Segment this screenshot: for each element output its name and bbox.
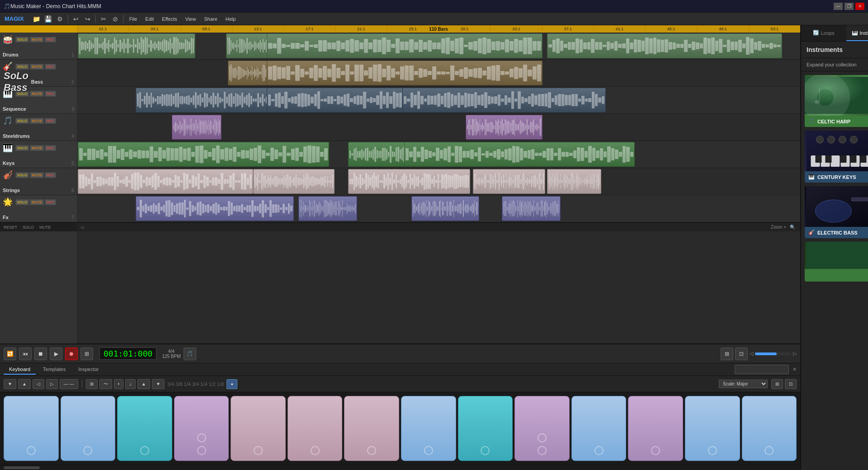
zoom-out-btn[interactable]: 🔍 <box>788 225 797 230</box>
scale-select[interactable]: Scale: Major Scale: Minor Scale: Pentato… <box>719 380 768 388</box>
bass-solo-btn[interactable]: SOLO <box>15 64 29 70</box>
keys-clip-1[interactable] <box>78 142 329 167</box>
tab-inspector[interactable]: Inspector <box>73 365 104 375</box>
keys-clip-3[interactable] <box>404 142 635 167</box>
kb-down2-btn[interactable]: ▼ <box>152 379 165 389</box>
keyboard-close-btn[interactable]: ✕ <box>793 367 797 372</box>
stop-button[interactable]: ⏹ <box>34 348 47 360</box>
piano-scroll-thumb[interactable] <box>4 466 40 469</box>
drums-solo-btn[interactable]: SOLO <box>15 37 29 42</box>
play-button[interactable]: ▶ <box>50 348 62 360</box>
fx-mute-btn[interactable]: MUTE <box>30 199 44 205</box>
minimize-button[interactable]: — <box>834 3 843 10</box>
metronome-button[interactable]: 🎵 <box>184 348 196 360</box>
menu-file[interactable]: File <box>126 15 141 23</box>
reset-btn[interactable]: RESET <box>2 225 19 230</box>
sequence-clip-1[interactable] <box>136 88 271 113</box>
piano-key-5[interactable] <box>231 396 286 461</box>
piano-key-14[interactable] <box>742 396 797 461</box>
piano-key-4[interactable] <box>174 396 229 461</box>
next-section-btn[interactable]: ▷ <box>793 351 797 357</box>
drums-clip-3[interactable] <box>267 33 542 58</box>
piano-key-7[interactable] <box>344 396 399 461</box>
prev-section-btn[interactable]: ◁ <box>750 351 753 357</box>
steeldrums-clip-1[interactable] <box>172 115 222 140</box>
sequence-rec-btn[interactable]: REC <box>45 91 56 97</box>
fx-clip-4[interactable] <box>502 196 561 221</box>
tab-templates[interactable]: Templates <box>38 365 71 375</box>
menu-help[interactable]: Help <box>222 15 240 23</box>
track-row-steeldrums[interactable] <box>77 114 800 141</box>
kb-record-toggle[interactable]: ● <box>226 379 237 389</box>
sequence-clip-3[interactable] <box>402 88 606 113</box>
bass-clip-2[interactable] <box>267 61 542 85</box>
piano-key-10[interactable] <box>514 396 570 461</box>
undo-button[interactable]: ↩ <box>71 14 81 24</box>
track-row-bass[interactable] <box>77 60 800 87</box>
global-solo-btn[interactable]: SOLO <box>21 225 36 230</box>
kb-dot-btn[interactable]: • <box>114 379 124 389</box>
save-button[interactable]: 💾 <box>43 14 54 24</box>
strings-clip-2[interactable] <box>253 169 335 194</box>
close-button[interactable]: ✕ <box>855 3 864 10</box>
kb-prev-btn[interactable]: ◁ <box>33 379 44 389</box>
strings-clip-1[interactable] <box>78 169 253 194</box>
piano-key-6[interactable] <box>288 396 343 461</box>
kb-note1-btn[interactable]: ♩ <box>125 379 136 389</box>
tab-instruments[interactable]: 🎹 Instruments <box>846 25 868 41</box>
bass-mute-btn[interactable]: MUTE <box>30 64 44 70</box>
grid-button[interactable]: ⊞ <box>721 348 733 360</box>
stop-recording-button[interactable]: ⊘ <box>110 14 121 24</box>
open-button[interactable]: 📁 <box>31 14 42 24</box>
kb-up-btn[interactable]: ▲ <box>18 379 31 389</box>
strings-solo-btn[interactable]: SOLO <box>15 172 29 178</box>
piano-key-3[interactable] <box>117 396 172 461</box>
menu-edit[interactable]: Edit <box>142 15 157 23</box>
track-row-strings[interactable] <box>77 168 800 195</box>
celtic-harp-card[interactable]: ♩ 🎵 CELTIC HARP <box>805 75 868 127</box>
loop-button[interactable]: 🔁 <box>4 348 16 360</box>
view-toggle-button[interactable]: ⊡ <box>735 348 748 360</box>
keys-solo-btn[interactable]: SOLO <box>15 145 29 151</box>
settings-button[interactable]: ⚙ <box>55 14 66 24</box>
piano-key-13[interactable] <box>685 396 740 461</box>
steeldrums-solo-btn[interactable]: SOLO <box>15 118 29 124</box>
keyboard-search[interactable] <box>735 365 789 374</box>
strings-clip-5[interactable] <box>547 169 601 194</box>
sequence-solo-btn[interactable]: SOLO <box>15 91 29 97</box>
bass-rec-btn[interactable]: REC <box>45 64 56 70</box>
track-row-fx[interactable] <box>77 195 800 222</box>
generic-card-1[interactable] <box>805 242 868 282</box>
kb-wave-btn[interactable]: 〜 <box>99 379 112 389</box>
kb-up2-btn[interactable]: ▲ <box>137 379 150 389</box>
fx-solo-btn[interactable]: SOLO <box>15 199 29 205</box>
piano-key-8[interactable] <box>401 396 456 461</box>
fx-clip-3[interactable] <box>411 196 479 221</box>
steeldrums-clip-2[interactable] <box>466 115 542 140</box>
track-row-drums[interactable] <box>77 33 800 60</box>
global-mute-btn[interactable]: MUTE <box>38 225 53 230</box>
keys-mute-btn[interactable]: MUTE <box>30 145 44 151</box>
maximize-button[interactable]: ❐ <box>844 3 854 10</box>
piano-key-9[interactable] <box>458 396 513 461</box>
record-button[interactable]: ⏺ <box>65 348 78 360</box>
electric-bass-card[interactable]: 🎸 ELECTRIC BASS <box>805 186 868 238</box>
piano-key-2[interactable] <box>61 396 116 461</box>
strings-clip-3[interactable] <box>348 169 470 194</box>
kb-settings-btn[interactable]: ⊡ <box>785 379 797 389</box>
pattern-button[interactable]: ⊞ <box>80 348 93 360</box>
tab-keyboard[interactable]: Keyboard <box>4 365 36 375</box>
strings-rec-btn[interactable]: REC <box>45 172 56 178</box>
kb-down-btn[interactable]: ▼ <box>4 379 16 389</box>
menu-effects[interactable]: Effects <box>158 15 180 23</box>
keys-rec-btn[interactable]: REC <box>45 145 56 151</box>
drums-mute-btn[interactable]: MUTE <box>30 37 44 42</box>
kb-next-btn[interactable]: ▷ <box>46 379 58 389</box>
cut-button[interactable]: ✂ <box>98 14 109 24</box>
drums-clip-1[interactable] <box>78 33 195 58</box>
fx-rec-btn[interactable]: REC <box>45 199 56 205</box>
sequence-mute-btn[interactable]: MUTE <box>30 91 44 97</box>
kb-label-btn[interactable]: — — <box>60 379 78 389</box>
steeldrums-rec-btn[interactable]: REC <box>45 118 56 124</box>
track-content[interactable]: ◁ Zoom + 🔍 <box>77 33 800 343</box>
